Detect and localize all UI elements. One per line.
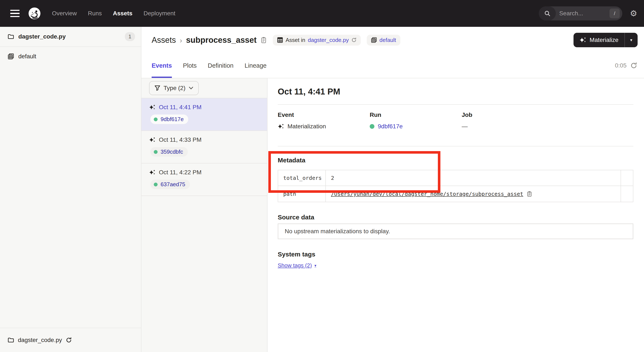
footer-code-location-label: dagster_code.py [18, 337, 62, 344]
run-id: 637aed75 [160, 181, 185, 188]
event-label: Event [278, 111, 370, 118]
tab-definition[interactable]: Definition [208, 53, 234, 78]
path-link[interactable]: /Users/yuhan/dev/local/dagster_home/stor… [331, 191, 523, 197]
group-link[interactable]: default [380, 37, 396, 43]
run-status-dot [154, 183, 158, 186]
group-grid-icon [371, 37, 377, 43]
materialize-split-button: Materialize ▾ [574, 33, 638, 47]
folder-icon [8, 33, 14, 40]
show-tags-label: Show tags (2) [278, 262, 312, 269]
materialization-sparkle-icon [149, 137, 156, 143]
job-label: Job [462, 111, 633, 118]
run-label: Run [370, 111, 462, 118]
code-location-grid-icon [277, 37, 283, 43]
reload-icon[interactable] [66, 337, 72, 343]
asset-location-pill[interactable]: Asset in dagster_code.py [273, 35, 361, 45]
event-time: Oct 11, 4:33 PM [159, 136, 202, 143]
event-detail-title: Oct 11, 4:41 PM [278, 86, 633, 97]
metadata-heading: Metadata [278, 157, 633, 164]
copy-path-icon[interactable] [527, 191, 532, 197]
nav-assets[interactable]: Assets [113, 10, 132, 17]
event-time: Oct 11, 4:22 PM [159, 169, 202, 176]
sidebar-code-location-footer[interactable]: dagster_code.py [0, 328, 141, 352]
copy-asset-name-icon[interactable] [260, 37, 267, 43]
source-data-empty-text: No upstream materializations to display. [285, 228, 390, 235]
refresh-countdown: 0:05 [615, 62, 627, 69]
tab-plots[interactable]: Plots [183, 53, 196, 78]
run-id-link[interactable]: 9dbf617e [378, 123, 403, 130]
materialize-button[interactable]: Materialize [574, 33, 624, 47]
job-empty-value: — [462, 123, 468, 130]
reload-location-icon[interactable] [352, 37, 356, 42]
events-list-panel: Type (2) Oct 11, 4:41 PM [142, 78, 268, 352]
sidebar-group-default[interactable]: default [0, 47, 141, 66]
search-shortcut-hint: / [610, 8, 620, 18]
type-filter-label: Type (2) [164, 85, 186, 91]
search-input[interactable] [556, 10, 610, 17]
dagster-logo-icon[interactable] [28, 7, 41, 20]
source-data-empty-state: No upstream materializations to display. [278, 223, 633, 239]
run-id: 9dbf617e [160, 116, 184, 123]
asset-count-badge: 1 [125, 32, 135, 41]
event-time: Oct 11, 4:41 PM [159, 104, 202, 111]
filter-funnel-icon [154, 85, 160, 91]
system-tags-heading: System tags [278, 251, 633, 258]
settings-gear-icon[interactable]: ⚙ [630, 9, 637, 17]
search-box[interactable]: / [539, 6, 622, 20]
dagster-app: Overview Runs Assets Deployment / ⚙ dags [0, 0, 644, 352]
materialization-sparkle-icon [149, 104, 156, 110]
nav-deployment[interactable]: Deployment [144, 10, 175, 17]
job-column: Job — [462, 111, 633, 131]
event-type-value: Materialization [288, 123, 326, 130]
asset-header: Assets › subprocess_asset Asset in dagst… [142, 27, 644, 53]
run-id-chip[interactable]: 359cdbfc [150, 147, 188, 157]
event-list-item[interactable]: Oct 11, 4:33 PM 359cdbfc [142, 130, 267, 163]
menu-icon[interactable] [10, 10, 20, 17]
materialize-dropdown-caret[interactable]: ▾ [625, 33, 638, 47]
asset-in-text: Asset in [286, 37, 306, 43]
materialize-label: Materialize [590, 37, 618, 43]
type-filter-button[interactable]: Type (2) [149, 81, 199, 95]
run-id-chip[interactable]: 637aed75 [150, 180, 190, 189]
breadcrumb-assets-link[interactable]: Assets [152, 35, 176, 45]
metadata-value: 2 [326, 170, 621, 186]
breadcrumb-separator: › [180, 36, 182, 44]
asset-group-icon [8, 53, 14, 60]
sidebar-code-location[interactable]: dagster_code.py 1 [0, 27, 141, 47]
metadata-action-cell [621, 170, 633, 186]
nav-overview[interactable]: Overview [52, 10, 77, 17]
page-title: subprocess_asset [186, 35, 256, 45]
search-icon [539, 6, 556, 20]
run-id: 359cdbfc [160, 149, 183, 155]
group-pill[interactable]: default [367, 35, 400, 45]
metadata-table: total_orders 2 path /Users/yuhan/dev/loc… [278, 170, 633, 202]
materialization-sparkle-icon [149, 169, 156, 176]
asset-tabs: Events Plots Definition Lineage 0:05 [142, 53, 644, 78]
refresh-icon[interactable] [630, 62, 637, 69]
metadata-key: total_orders [278, 170, 326, 186]
chevron-down-icon [189, 87, 193, 90]
caret-down-icon: ▾ [314, 263, 316, 268]
group-label: default [18, 53, 36, 60]
run-status-dot [154, 117, 158, 121]
nav-runs[interactable]: Runs [88, 10, 102, 17]
tab-lineage[interactable]: Lineage [245, 53, 267, 78]
run-status-dot [154, 150, 158, 154]
code-location-link[interactable]: dagster_code.py [308, 37, 349, 43]
run-column: Run 9dbf617e [370, 111, 462, 131]
asset-tree-sidebar: dagster_code.py 1 default dagster_code.p… [0, 27, 142, 352]
materialization-sparkle-icon [278, 123, 284, 130]
primary-nav: Overview Runs Assets Deployment [52, 10, 175, 17]
show-tags-toggle[interactable]: Show tags (2) ▾ [278, 262, 316, 269]
folder-icon [8, 337, 14, 343]
event-detail-panel: Oct 11, 4:41 PM Event Materialization [268, 78, 644, 352]
tab-events[interactable]: Events [152, 53, 172, 78]
event-list-item[interactable]: Oct 11, 4:41 PM 9dbf617e [142, 98, 267, 130]
metadata-action-cell [621, 186, 633, 202]
run-status-dot [370, 124, 374, 129]
event-column: Event Materialization [278, 111, 370, 131]
materialize-sparkle-icon [580, 37, 586, 43]
event-list-item[interactable]: Oct 11, 4:22 PM 637aed75 [142, 163, 267, 196]
run-id-chip[interactable]: 9dbf617e [150, 114, 188, 124]
code-location-label: dagster_code.py [18, 33, 66, 40]
